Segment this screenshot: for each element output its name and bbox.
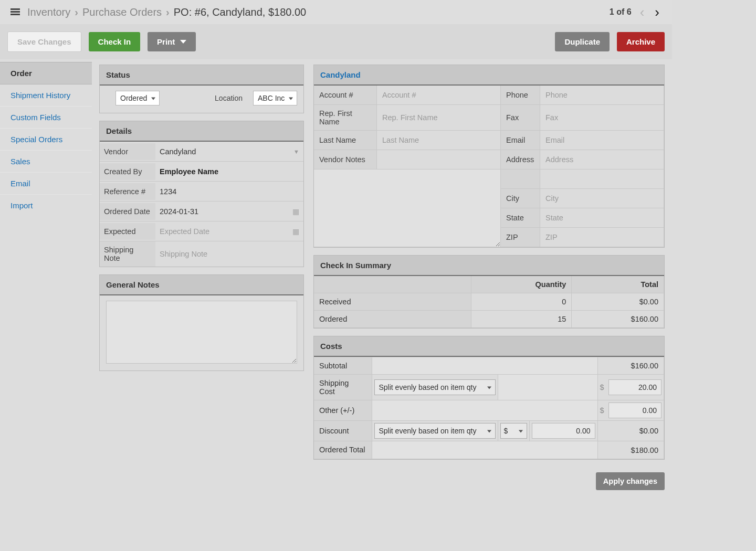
vendor-repfirst-label: Rep. First Name bbox=[314, 105, 377, 131]
reference-value[interactable]: 1234 bbox=[155, 183, 303, 200]
vendor-phone-input[interactable]: Phone bbox=[540, 86, 664, 105]
discount-split-select[interactable]: Split evenly based on item qty bbox=[374, 423, 496, 439]
other-cost-input[interactable] bbox=[608, 402, 662, 418]
subtotal-value: $160.00 bbox=[597, 357, 664, 375]
general-notes-panel: General Notes bbox=[99, 274, 304, 371]
table-row: Other (+/-) $ bbox=[314, 400, 664, 421]
vendor-state-input[interactable]: State bbox=[540, 208, 664, 228]
chevron-down-icon bbox=[180, 40, 186, 44]
vendor-repfirst-input[interactable]: Rep. First Name bbox=[377, 105, 501, 131]
vendor-notes-label: Vendor Notes bbox=[314, 150, 377, 169]
vendor-lastname-input[interactable]: Last Name bbox=[377, 131, 501, 150]
duplicate-button[interactable]: Duplicate bbox=[555, 32, 610, 51]
chevron-down-icon: ▼ bbox=[293, 149, 299, 155]
vendor-account-input[interactable]: Account # bbox=[377, 86, 501, 105]
pager-label: 1 of 6 bbox=[610, 7, 632, 17]
vendor-panel-header[interactable]: Candyland bbox=[314, 65, 664, 86]
checkin-received-total: $0.00 bbox=[572, 293, 664, 311]
pager-next-icon[interactable]: › bbox=[653, 5, 662, 19]
location-select-wrap[interactable]: ABC Inc bbox=[253, 91, 297, 105]
side-tabs: Order Shipment History Custom Fields Spe… bbox=[0, 59, 92, 216]
shipping-note-value[interactable]: Shipping Note bbox=[155, 246, 303, 262]
expected-value[interactable]: Expected Date ▦ bbox=[155, 223, 303, 240]
print-button[interactable]: Print bbox=[148, 32, 196, 51]
checkin-ordered-label: Ordered bbox=[314, 311, 471, 328]
location-label: Location bbox=[215, 94, 243, 102]
table-row: Ordered Total $180.00 bbox=[314, 441, 664, 459]
tab-email[interactable]: Email bbox=[0, 173, 92, 195]
general-notes-textarea[interactable] bbox=[106, 301, 297, 364]
checkin-ordered-total: $160.00 bbox=[572, 311, 664, 328]
status-select-wrap[interactable]: Ordered bbox=[116, 91, 160, 105]
calendar-icon[interactable]: ▦ bbox=[292, 227, 299, 236]
breadcrumb-purchase-orders[interactable]: Purchase Orders bbox=[82, 6, 162, 18]
vendor-select[interactable]: Candyland ▼ bbox=[155, 143, 303, 160]
archive-button[interactable]: Archive bbox=[617, 32, 665, 51]
vendor-email-input[interactable]: Email bbox=[540, 131, 664, 150]
ordered-date-text: 2024-01-31 bbox=[160, 207, 198, 216]
ordered-date-label: Ordered Date bbox=[100, 203, 155, 220]
shipping-split-select[interactable]: Split evenly based on item qty bbox=[374, 379, 496, 395]
table-row: Subtotal $160.00 bbox=[314, 357, 664, 375]
shipping-cost-label: Shipping Cost bbox=[314, 375, 372, 400]
check-in-button[interactable]: Check In bbox=[89, 32, 141, 51]
other-label: Other (+/-) bbox=[314, 400, 372, 421]
createdby-label: Created By bbox=[100, 163, 155, 180]
discount-unit-select[interactable]: $ bbox=[500, 423, 527, 439]
tab-special-orders[interactable]: Special Orders bbox=[0, 129, 92, 151]
discount-value: $0.00 bbox=[597, 421, 664, 441]
tab-shipment-history[interactable]: Shipment History bbox=[0, 84, 92, 107]
table-row: Discount Split evenly based on item qty bbox=[314, 421, 664, 441]
expected-label: Expected bbox=[100, 223, 155, 240]
vendor-address2-label bbox=[501, 169, 540, 189]
tab-custom-fields[interactable]: Custom Fields bbox=[0, 107, 92, 129]
breadcrumb-bar: Inventory › Purchase Orders › PO: #6, Ca… bbox=[0, 0, 672, 24]
vendor-fax-input[interactable]: Fax bbox=[540, 105, 664, 131]
chevron-right-icon: › bbox=[75, 6, 78, 18]
tab-sales[interactable]: Sales bbox=[0, 151, 92, 173]
ordered-date-value[interactable]: 2024-01-31 ▦ bbox=[155, 203, 303, 220]
checkin-col-qty: Quantity bbox=[471, 276, 572, 293]
breadcrumb-root[interactable]: Inventory bbox=[27, 6, 70, 18]
currency-icon: $ bbox=[600, 406, 606, 415]
vendor-label: Vendor bbox=[100, 143, 155, 160]
ordered-total-value: $180.00 bbox=[597, 441, 664, 459]
reference-label: Reference # bbox=[100, 183, 155, 200]
costs-panel: Costs Subtotal $160.00 bbox=[313, 336, 665, 460]
table-row: Ordered 15 $160.00 bbox=[314, 311, 664, 328]
menu-icon[interactable] bbox=[10, 8, 20, 16]
vendor-notes-spacer bbox=[377, 150, 501, 169]
shipping-note-label: Shipping Note bbox=[100, 241, 155, 267]
vendor-city-label: City bbox=[501, 189, 540, 208]
apply-changes-button[interactable]: Apply changes bbox=[596, 472, 665, 490]
details-panel: Details Vendor Candyland ▼ Created By Em… bbox=[99, 121, 304, 267]
toolbar: Save Changes Check In Print Duplicate Ar… bbox=[0, 24, 672, 59]
checkin-received-qty: 0 bbox=[471, 293, 572, 311]
subtotal-label: Subtotal bbox=[314, 357, 372, 375]
vendor-notes-textarea[interactable] bbox=[314, 169, 500, 247]
status-select[interactable]: Ordered bbox=[116, 91, 160, 105]
vendor-account-label: Account # bbox=[314, 86, 377, 105]
vendor-lastname-label: Last Name bbox=[314, 131, 377, 150]
vendor-address2-input[interactable] bbox=[540, 169, 664, 189]
discount-amount-input[interactable] bbox=[532, 423, 595, 439]
vendor-phone-label: Phone bbox=[501, 86, 540, 105]
vendor-zip-input[interactable]: ZIP bbox=[540, 228, 664, 247]
tab-import[interactable]: Import bbox=[0, 195, 92, 216]
checkin-col-total: Total bbox=[572, 276, 664, 293]
calendar-icon[interactable]: ▦ bbox=[292, 207, 299, 216]
currency-icon: $ bbox=[600, 383, 606, 391]
vendor-city-input[interactable]: City bbox=[540, 189, 664, 208]
vendor-state-label: State bbox=[501, 208, 540, 228]
discount-label: Discount bbox=[314, 421, 372, 441]
ordered-total-label: Ordered Total bbox=[314, 441, 372, 459]
checkin-header: Check In Summary bbox=[314, 256, 664, 276]
table-row: Received 0 $0.00 bbox=[314, 293, 664, 311]
tab-order[interactable]: Order bbox=[0, 62, 92, 84]
svg-rect-1 bbox=[10, 11, 20, 13]
print-button-label: Print bbox=[157, 37, 175, 46]
location-select[interactable]: ABC Inc bbox=[253, 91, 297, 105]
vendor-address-input[interactable]: Address bbox=[540, 150, 664, 169]
status-header: Status bbox=[100, 65, 303, 86]
shipping-cost-input[interactable] bbox=[608, 379, 662, 395]
